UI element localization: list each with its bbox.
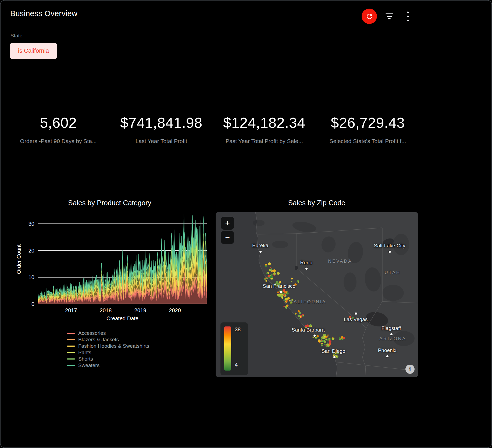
legend-max-value: 38 (235, 326, 241, 333)
state-filter-chip[interactable]: is California (10, 43, 57, 59)
x-tick-label: 2018 (100, 307, 112, 314)
state-label: ARIZONA (379, 336, 406, 342)
scorecard: 5,602Orders -Past 90 Days by Sta... (7, 114, 110, 144)
color-scale-gradient (224, 326, 231, 371)
city-label: Las Vegas (344, 317, 368, 322)
scorecard-label: Past Year Total Profit by Sele... (213, 138, 316, 144)
page-title: Business Overview (10, 9, 77, 18)
x-axis-title: Created Date (38, 315, 207, 322)
chart-title: Sales by Product Category (26, 199, 193, 207)
city-marker-dot (389, 251, 391, 253)
scorecard: $26,729.43Selected State's Total Profit … (316, 114, 419, 144)
scorecard-value: 5,602 (7, 114, 110, 131)
y-axis-title: Order Count (16, 244, 22, 274)
y-tick-label: 0 (22, 301, 34, 307)
city-label: Eureka (252, 243, 268, 248)
info-icon[interactable]: i (405, 365, 415, 374)
y-tick-label: 10 (22, 274, 34, 280)
map-title: Sales by Zip Code (233, 199, 400, 207)
filter-list-icon[interactable] (385, 12, 393, 20)
city-marker-dot (280, 291, 282, 293)
chart-legend: AccessoriesBlazers & JacketsFashion Hood… (67, 330, 149, 369)
city-marker-dot (355, 312, 357, 315)
scorecard: $741,841.98Last Year Total Profit (110, 114, 213, 144)
legend-label: Sweaters (78, 362, 99, 368)
city-label: San Francisco (263, 283, 295, 289)
refresh-button[interactable] (362, 9, 377, 24)
sales-by-category-chart[interactable] (38, 214, 207, 304)
city-label: Salt Lake City (374, 243, 405, 249)
kebab-menu-icon[interactable] (407, 12, 409, 21)
city-label: Flagstaff (382, 325, 401, 331)
x-tick-label: 2020 (169, 307, 181, 314)
dashboard-page: Business Overview State is California 5,… (0, 0, 492, 448)
city-marker-dot (390, 333, 393, 335)
scorecard-value: $124,182.34 (213, 114, 316, 131)
state-label: UTAH (384, 270, 400, 275)
scorecard-label: Last Year Total Profit (110, 138, 213, 144)
y-tick-label: 20 (22, 247, 34, 254)
y-tick-label: 30 (22, 221, 34, 227)
city-label: Santa Barbara (292, 327, 325, 333)
x-tick-label: 2019 (134, 307, 147, 314)
legend-swatch (67, 333, 75, 334)
legend-label: Pants (78, 350, 91, 355)
scorecard-value: $741,841.98 (110, 114, 213, 131)
legend-item: Accessories (67, 330, 149, 336)
map-color-legend: 38 4 (220, 322, 248, 375)
state-label: NEVADA (328, 259, 352, 264)
map-zoom-control: + − (221, 217, 234, 244)
city-label: Reno (300, 260, 312, 266)
legend-label: Accessories (78, 330, 106, 336)
legend-min-value: 4 (235, 362, 241, 368)
legend-swatch (67, 346, 75, 347)
zoom-in-button[interactable]: + (221, 217, 234, 230)
legend-item: Fashion Hoodies & Sweatshirts (67, 343, 149, 349)
scorecard-label: Selected State's Total Profit f... (316, 138, 419, 144)
scorecard-value: $26,729.43 (316, 114, 419, 131)
city-marker-dot (386, 355, 388, 357)
city-label: San Diego (322, 348, 345, 354)
legend-label: Fashion Hoodies & Sweatshirts (78, 343, 149, 349)
scorecard: $124,182.34Past Year Total Profit by Sel… (213, 114, 316, 144)
stacked-area-canvas[interactable] (38, 214, 207, 304)
legend-swatch (67, 352, 75, 353)
legend-item: Shorts (67, 356, 149, 362)
legend-swatch (67, 365, 75, 366)
legend-item: Pants (67, 349, 149, 356)
x-tick-label: 2017 (65, 307, 77, 314)
legend-item: Sweaters (67, 362, 149, 369)
zoom-out-button[interactable]: − (221, 231, 234, 244)
legend-label: Blazers & Jackets (78, 337, 119, 343)
city-marker-dot (305, 268, 308, 270)
city-marker-dot (313, 335, 316, 337)
sales-by-zip-map[interactable]: EurekaSalt Lake CityRenoSan FranciscoLas… (216, 212, 418, 377)
filter-field-label: State (10, 33, 22, 39)
city-marker-dot (333, 356, 336, 358)
scorecard-label: Orders -Past 90 Days by Sta... (7, 138, 110, 144)
legend-swatch (67, 358, 75, 360)
legend-swatch (67, 339, 75, 340)
legend-label: Shorts (78, 356, 93, 362)
refresh-icon (365, 12, 373, 20)
legend-item: Blazers & Jackets (67, 336, 149, 343)
city-label: Phoenix (378, 347, 397, 353)
state-label: CALIFORNIA (289, 299, 326, 305)
city-marker-dot (259, 251, 262, 253)
